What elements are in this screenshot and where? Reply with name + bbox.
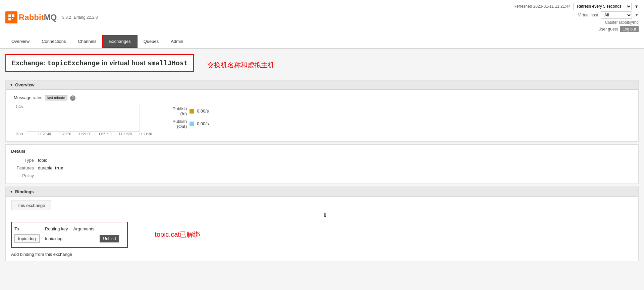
user-row: User guest Log out xyxy=(598,26,639,32)
navigation: Overview Connections Channels Exchanges … xyxy=(0,35,644,49)
col-routing-key: Routing key xyxy=(45,225,73,233)
publish-out-color-box xyxy=(190,122,194,126)
unbind-button[interactable]: Unbind xyxy=(100,235,119,242)
time-label-3: 11:21:00 xyxy=(78,132,91,136)
publish-out-value: 0.00/s xyxy=(197,121,209,126)
svg-rect-1 xyxy=(12,14,14,17)
publish-in-label: Publish(In) xyxy=(160,106,187,116)
exchange-title-row: Exchange: topicExchange in virtual host … xyxy=(5,54,639,76)
vhost-label: Virtual host xyxy=(578,13,598,17)
top-bar: RabbitMQ. 3.8.2 Erlang 22.2.8 Refreshed … xyxy=(0,0,644,35)
time-label-1: 11:20:40 xyxy=(38,132,51,136)
exchange-name: topicExchange xyxy=(47,59,100,67)
policy-label: Policy xyxy=(11,172,38,179)
publish-out-label: Publish(Out) xyxy=(160,119,187,129)
refreshed-label: Refreshed 2023-01-11 11:21:44 xyxy=(514,4,571,9)
unbind-cell: Unbind xyxy=(100,233,124,244)
publish-stats: Publish(In) 0.00/s Publish(Out) 0.00/s xyxy=(160,106,209,129)
svg-rect-3 xyxy=(12,18,13,19)
bindings-section: ▼ Bindings This exchange ⇓ To Routing ke… xyxy=(5,187,639,261)
time-label-2: 11:20:50 xyxy=(58,132,71,136)
chevron-down-icon-vhost: ▼ xyxy=(635,13,639,17)
time-label-6: 11:21:30 xyxy=(139,132,152,136)
logout-button[interactable]: Log out xyxy=(620,26,639,32)
header: RabbitMQ. 3.8.2 Erlang 22.2.8 Refreshed … xyxy=(0,0,644,49)
chart-y-top-label: 1.0/s xyxy=(16,105,23,108)
svg-rect-0 xyxy=(8,14,11,17)
main-content: Exchange: topicExchange in virtual host … xyxy=(0,49,644,290)
bindings-table-area: To Routing key Arguments topic.dog xyxy=(11,222,128,248)
col-arguments: Arguments xyxy=(73,225,100,233)
logo-text: RabbitMQ. xyxy=(19,13,58,22)
publish-in-row: Publish(In) 0.00/s xyxy=(160,106,209,116)
col-to: To xyxy=(14,225,45,233)
add-binding-label[interactable]: Add binding from this exchange xyxy=(11,248,72,257)
arguments-cell xyxy=(73,233,100,244)
bindings-table: To Routing key Arguments topic.dog xyxy=(14,225,124,244)
chart-area: 1.0/s 0.0/s 11:20:40 11:20:50 11:21:00 1… xyxy=(10,102,634,139)
this-exchange-box[interactable]: This exchange xyxy=(11,201,51,210)
help-icon[interactable]: ? xyxy=(70,95,75,101)
col-actions xyxy=(100,225,124,233)
refresh-select[interactable]: Refresh every 5 seconds No refresh Refre… xyxy=(573,3,632,10)
policy-value xyxy=(38,172,67,179)
overview-arrow-icon: ▼ xyxy=(10,83,13,87)
overview-section: ▼ Overview Message rates last minute ? 1… xyxy=(5,80,639,142)
nav-admin[interactable]: Admin xyxy=(165,35,189,47)
logo: RabbitMQ. xyxy=(5,11,58,23)
overview-body: Message rates last minute ? 1.0/s 0.0/s … xyxy=(6,90,638,141)
rabbitmq-logo-icon xyxy=(5,11,17,23)
binding-to-cell: topic.dog xyxy=(14,233,45,244)
time-labels: 11:20:40 11:20:50 11:21:00 11:21:10 11:2… xyxy=(38,132,152,136)
message-rates-label: Message rates xyxy=(14,95,42,100)
publish-out-row: Publish(Out) 0.00/s xyxy=(160,119,209,129)
routing-key-cell: topic.dog xyxy=(45,233,73,244)
nav-queues[interactable]: Queues xyxy=(138,35,165,47)
details-table: Type topic Features durable: true Policy xyxy=(11,156,67,179)
vhost-select[interactable]: All smallJHost xyxy=(601,11,632,19)
vhost-row: Virtual host All smallJHost ▼ xyxy=(578,11,639,19)
version-number: 3.8.2 xyxy=(62,15,71,20)
chart-wrapper: 1.0/s 0.0/s 11:20:40 11:20:50 11:21:00 1… xyxy=(26,105,152,136)
bindings-arrow-icon: ▼ xyxy=(10,190,13,194)
chevron-down-icon: ▼ xyxy=(634,4,639,9)
version-info: 3.8.2 Erlang 22.2.8 xyxy=(62,15,98,20)
svg-rect-2 xyxy=(8,18,11,20)
type-row: Type topic xyxy=(11,156,67,164)
logo-area: RabbitMQ. 3.8.2 Erlang 22.2.8 xyxy=(5,11,98,23)
message-rates-row: Message rates last minute ? xyxy=(10,92,634,102)
bindings-label: Bindings xyxy=(15,189,34,194)
nav-overview[interactable]: Overview xyxy=(5,35,36,47)
type-label: Type xyxy=(11,156,38,164)
virtual-host: smallJHost xyxy=(148,59,188,67)
details-title: Details xyxy=(11,149,633,154)
cluster-info: Cluster rabbit@mq xyxy=(605,20,639,25)
table-row: topic.dog topic.dog Unbind xyxy=(14,233,124,244)
annotation-bindings: topic.cat已解绑 xyxy=(155,230,200,239)
publish-in-color-box xyxy=(190,109,194,114)
nav-exchanges[interactable]: Exchanges xyxy=(102,35,137,48)
details-section: Details Type topic Features durable: tru… xyxy=(5,144,639,184)
time-label-4: 11:21:10 xyxy=(99,132,112,136)
arrow-down-icon: ⇓ xyxy=(16,212,633,219)
refresh-row: Refreshed 2023-01-11 11:21:44 Refresh ev… xyxy=(514,3,639,10)
message-rate-chart xyxy=(26,105,140,132)
bindings-content: This exchange ⇓ To Routing key Arguments xyxy=(6,197,638,261)
queue-name: topic.dog xyxy=(14,234,40,243)
nav-channels[interactable]: Channels xyxy=(72,35,102,47)
features-value: durable: true xyxy=(38,164,67,172)
bindings-table-header-row: To Routing key Arguments xyxy=(14,225,124,233)
user-label: User guest xyxy=(598,27,618,31)
time-label-5: 11:21:20 xyxy=(119,132,132,136)
policy-row: Policy xyxy=(11,172,67,179)
last-minute-badge: last minute xyxy=(45,95,67,100)
cluster-label: Cluster rabbit@mq xyxy=(605,20,639,25)
publish-in-value: 0.00/s xyxy=(197,108,209,114)
overview-label: Overview xyxy=(15,82,35,87)
features-label: Features xyxy=(11,164,38,172)
nav-connections[interactable]: Connections xyxy=(36,35,72,47)
annotation-exchange-title: 交换机名称和虚拟主机 xyxy=(207,61,274,70)
bindings-section-header[interactable]: ▼ Bindings xyxy=(6,187,638,197)
overview-section-header[interactable]: ▼ Overview xyxy=(6,80,638,90)
exchange-title: Exchange: topicExchange in virtual host … xyxy=(5,54,194,72)
